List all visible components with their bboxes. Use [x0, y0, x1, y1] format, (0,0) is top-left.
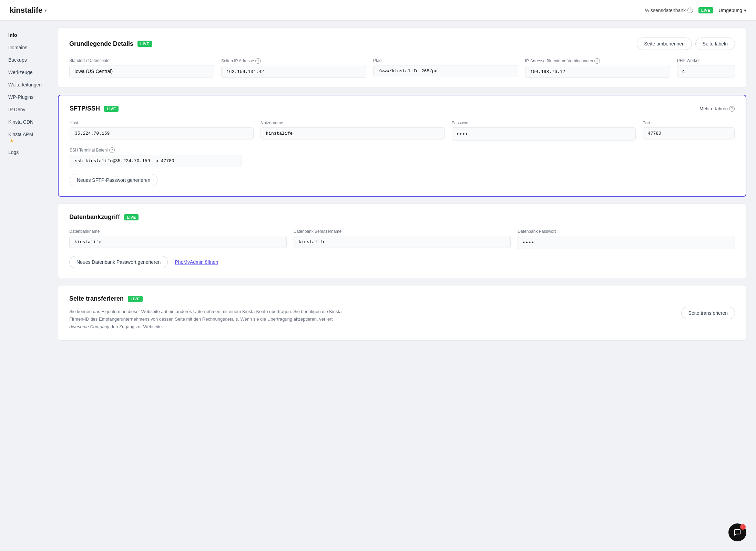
sidebar-item-logs[interactable]: Logs: [0, 146, 48, 158]
datenbank-header: Datenbankzugriff LIVE: [69, 214, 735, 221]
db-pass-field: Datenbank Passwort ••••: [518, 229, 735, 249]
db-user-value: kinstalife: [294, 236, 511, 248]
transfer-title: Seite transferieren: [69, 295, 124, 302]
ext-ip-value: 104.198.76.12: [525, 66, 670, 78]
brand-logo[interactable]: kinstalife ▾: [10, 6, 47, 15]
php-worker-value: 4: [677, 65, 735, 77]
mehr-erfahren-icon: ?: [729, 106, 735, 112]
ext-ip-help-icon: ?: [594, 58, 600, 64]
chat-icon: [734, 529, 741, 536]
sidebar-item-info[interactable]: Info: [0, 29, 48, 41]
db-pass-label: Datenbank Passwort: [518, 229, 735, 234]
sftp-title: SFTP/SSH: [70, 105, 100, 112]
sftp-header: SFTP/SSH LIVE Mehr erfahren ?: [70, 105, 735, 112]
transfer-header: Seite transferieren LIVE Sie können das …: [69, 295, 735, 331]
datenbank-title-row: Datenbankzugriff LIVE: [69, 214, 139, 221]
db-name-value: kinstalife: [69, 236, 287, 248]
sftp-fields: Host 35.224.70.159 Nutzername kinstalife…: [70, 121, 735, 141]
sidebar: Info Domains Backups Werkzeuge Weiterlei…: [0, 21, 48, 551]
sftp-host-field: Host 35.224.70.159: [70, 121, 254, 141]
sidebar-item-kinsta-apm[interactable]: Kinsta APM ▲: [0, 128, 48, 146]
db-pass-value: ••••: [518, 236, 735, 249]
main-content: Grundlegende Details LIVE Seite umbenenn…: [48, 21, 756, 551]
db-user-field: Datenbank Benutzername kinstalife: [294, 229, 511, 249]
db-name-label: Datenbankname: [69, 229, 287, 234]
standort-value: Iowa (US Central): [69, 65, 214, 77]
pfad-label: Pfad: [373, 58, 518, 63]
top-navigation: kinstalife ▾ Wissensdatenbank ? LIVE Umg…: [0, 0, 756, 21]
sidebar-item-wp-plugins[interactable]: WP-Plugins: [0, 91, 48, 103]
grundlegende-title: Grundlegende Details: [69, 40, 133, 48]
standort-field: Standort / Datencenter Iowa (US Central): [69, 58, 214, 78]
sidebar-item-werkzeuge[interactable]: Werkzeuge: [0, 66, 48, 79]
transfer-card: Seite transferieren LIVE Sie können das …: [58, 285, 746, 341]
rename-button[interactable]: Seite umbenennen: [637, 38, 692, 50]
datenbank-title: Datenbankzugriff: [69, 214, 120, 221]
sftp-ssh-card: SFTP/SSH LIVE Mehr erfahren ? Host 35.22…: [58, 95, 746, 197]
sftp-host-value: 35.224.70.159: [70, 127, 254, 139]
ext-ip-field: IP-Adresse für externe Verbindungen ? 10…: [525, 58, 670, 78]
grundlegende-live-badge: LIVE: [137, 41, 152, 47]
help-circle-icon: ?: [687, 8, 693, 13]
transfer-title-row: Seite transferieren LIVE: [69, 295, 352, 302]
ext-ip-label: IP-Adresse für externe Verbindungen ?: [525, 58, 670, 64]
sidebar-item-kinsta-cdn[interactable]: Kinsta CDN: [0, 116, 48, 128]
grundlegende-header: Grundlegende Details LIVE Seite umbenenn…: [69, 38, 735, 50]
standort-label: Standort / Datencenter: [69, 58, 214, 63]
transfer-left: Seite transferieren LIVE Sie können das …: [69, 295, 352, 331]
ssh-help-icon: ?: [109, 147, 115, 153]
datenbank-card: Datenbankzugriff LIVE Datenbankname kins…: [58, 204, 746, 278]
brand-chevron-icon: ▾: [44, 8, 47, 13]
sftp-port-label: Port: [643, 121, 735, 125]
db-user-label: Datenbank Benutzername: [294, 229, 511, 234]
db-name-field: Datenbankname kinstalife: [69, 229, 287, 249]
sftp-live-badge: LIVE: [104, 106, 119, 112]
brand-name: kinstalife: [10, 6, 42, 15]
sidebar-item-weiterleitungen[interactable]: Weiterleitungen: [0, 79, 48, 91]
sftp-port-value: 47780: [643, 127, 735, 139]
datenbank-fields: Datenbankname kinstalife Datenbank Benut…: [69, 229, 735, 249]
phpmyadmin-link[interactable]: PhpMyAdmin öffnen: [175, 259, 218, 265]
ip-help-icon: ?: [255, 58, 261, 64]
transfer-live-badge: LIVE: [128, 296, 142, 302]
sftp-actions: Neues SFTP-Passwort generieren: [70, 174, 735, 186]
umgebung-label: Umgebung: [719, 8, 743, 13]
sidebar-item-backups[interactable]: Backups: [0, 54, 48, 66]
label-button[interactable]: Seite labeln: [695, 38, 735, 50]
umgebung-dropdown[interactable]: Umgebung ▾: [719, 8, 747, 13]
ssh-terminal-label: SSH Terminal Befehl ?: [70, 147, 242, 153]
php-worker-label: PHP Worker: [677, 58, 735, 63]
ssh-row: SSH Terminal Befehl ? ssh kinstalife@35.…: [70, 147, 735, 167]
nav-live-badge: LIVE: [698, 7, 713, 13]
transfer-text: Sie können das Eigentum an dieser Websei…: [69, 308, 352, 331]
transfer-button[interactable]: Seite transferieren: [681, 307, 735, 319]
php-worker-field: PHP Worker 4: [677, 58, 735, 78]
ssh-terminal-value: ssh kinstalife@35.224.70.159 -p 47780: [70, 155, 242, 167]
sftp-port-field: Port 47780: [643, 121, 735, 141]
wissensdatenbank-label: Wissensdatenbank: [645, 8, 686, 13]
sftp-host-label: Host: [70, 121, 254, 125]
sftp-passwort-field: Passwort ••••: [452, 121, 636, 141]
generate-sftp-password-button[interactable]: Neues SFTP-Passwort generieren: [70, 174, 157, 186]
pfad-field: Pfad /www/kinstalife_268/pu: [373, 58, 518, 78]
chat-badge: 1: [740, 524, 746, 530]
wissensdatenbank-link[interactable]: Wissensdatenbank ?: [645, 8, 693, 13]
datenbank-live-badge: LIVE: [124, 214, 139, 220]
sftp-passwort-label: Passwort: [452, 121, 636, 125]
grundlegende-actions: Seite umbenennen Seite labeln: [637, 38, 735, 50]
ip-field: Seiten IP Adresse ? 162.159.134.42: [221, 58, 366, 78]
ssh-field-group: SSH Terminal Befehl ? ssh kinstalife@35.…: [70, 147, 242, 167]
page-layout: Info Domains Backups Werkzeuge Weiterlei…: [0, 21, 756, 551]
sidebar-item-ip-deny[interactable]: IP Deny: [0, 103, 48, 116]
datenbank-actions: Neues Datenbank Passwort generieren PhpM…: [69, 256, 735, 268]
chat-fab-button[interactable]: 1: [728, 523, 746, 541]
grundlegende-fields: Standort / Datencenter Iowa (US Central)…: [69, 58, 735, 78]
umgebung-chevron-icon: ▾: [744, 8, 746, 13]
sftp-title-row: SFTP/SSH LIVE: [70, 105, 119, 112]
mehr-erfahren-link[interactable]: Mehr erfahren ?: [699, 106, 735, 112]
ip-value: 162.159.134.42: [221, 66, 366, 78]
generate-db-password-button[interactable]: Neues Datenbank Passwort generieren: [69, 256, 168, 268]
sidebar-item-domains[interactable]: Domains: [0, 41, 48, 54]
pfad-value: /www/kinstalife_268/pu: [373, 65, 518, 77]
grundlegende-details-card: Grundlegende Details LIVE Seite umbenenn…: [58, 28, 746, 88]
